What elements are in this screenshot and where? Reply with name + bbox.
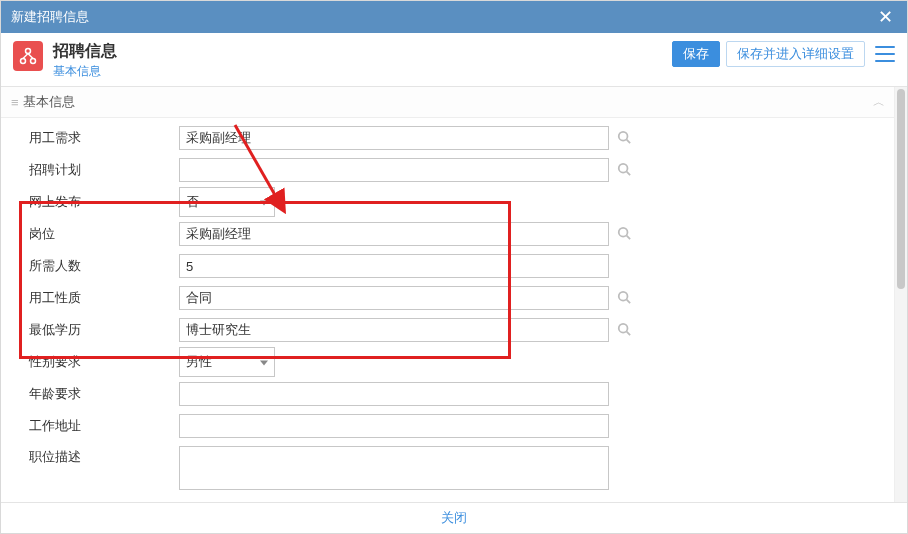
label-online-publish: 网上发布: [29, 193, 179, 211]
chevron-down-icon: [260, 201, 268, 206]
input-min-education[interactable]: [179, 318, 609, 342]
chevron-down-icon: [260, 361, 268, 366]
label-job-desc: 职位描述: [29, 446, 179, 466]
search-icon[interactable]: [609, 322, 639, 339]
input-work-address[interactable]: [179, 414, 609, 438]
label-hiring-plan: 招聘计划: [29, 161, 179, 179]
scrollbar-thumb[interactable]: [897, 89, 905, 289]
search-icon[interactable]: [609, 226, 639, 243]
svg-point-11: [619, 291, 628, 300]
section-title: 基本信息: [23, 93, 75, 111]
svg-point-0: [26, 49, 31, 54]
search-icon[interactable]: [609, 290, 639, 307]
svg-line-14: [627, 331, 631, 335]
input-labor-type[interactable]: [179, 286, 609, 310]
list-icon[interactable]: [875, 46, 895, 62]
page-title: 招聘信息: [53, 41, 117, 61]
svg-line-3: [23, 54, 28, 59]
grip-icon: ≡: [11, 95, 17, 110]
save-detail-button[interactable]: 保存并进入详细设置: [726, 41, 865, 67]
window-title: 新建招聘信息: [11, 8, 89, 26]
svg-line-6: [627, 139, 631, 143]
dialog-footer: 关闭: [1, 502, 907, 533]
dialog-window: 新建招聘信息 ✕ 招聘信息 基本信息 保存 保存并进入详细设置: [0, 0, 908, 534]
label-position: 岗位: [29, 225, 179, 243]
select-gender-req-value: 男性: [186, 353, 212, 371]
label-labor-demand: 用工需求: [29, 129, 179, 147]
section-header-basic[interactable]: ≡ 基本信息 ︿: [1, 87, 895, 118]
svg-point-2: [31, 59, 36, 64]
label-headcount: 所需人数: [29, 257, 179, 275]
svg-point-5: [619, 131, 628, 140]
select-online-publish-value: 否: [186, 193, 199, 211]
input-labor-demand[interactable]: [179, 126, 609, 150]
page-header: 招聘信息 基本信息 保存 保存并进入详细设置: [1, 33, 907, 87]
title-bar: 新建招聘信息 ✕: [1, 1, 907, 33]
input-position[interactable]: [179, 222, 609, 246]
label-min-education: 最低学历: [29, 321, 179, 339]
svg-point-1: [21, 59, 26, 64]
svg-line-4: [28, 54, 33, 59]
svg-line-10: [627, 235, 631, 239]
vertical-scrollbar[interactable]: [894, 87, 907, 502]
search-icon[interactable]: [609, 130, 639, 147]
select-gender-req[interactable]: 男性: [179, 347, 275, 377]
svg-point-13: [619, 323, 628, 332]
svg-point-7: [619, 163, 628, 172]
tab-basic-info[interactable]: 基本信息: [53, 63, 117, 80]
input-headcount[interactable]: [179, 254, 609, 278]
module-icon: [13, 41, 43, 71]
select-online-publish[interactable]: 否: [179, 187, 275, 217]
label-work-address: 工作地址: [29, 417, 179, 435]
svg-line-8: [627, 171, 631, 175]
search-icon[interactable]: [609, 162, 639, 179]
input-hiring-plan[interactable]: [179, 158, 609, 182]
chevron-icon: ︿: [873, 94, 885, 111]
label-gender-req: 性别要求: [29, 353, 179, 371]
label-labor-type: 用工性质: [29, 289, 179, 307]
save-button[interactable]: 保存: [672, 41, 720, 67]
svg-line-12: [627, 299, 631, 303]
textarea-job-desc[interactable]: [179, 446, 609, 490]
form-body: ≡ 基本信息 ︿ 用工需求 招聘计划: [1, 87, 907, 502]
svg-point-9: [619, 227, 628, 236]
input-age-req[interactable]: [179, 382, 609, 406]
close-icon[interactable]: ✕: [873, 6, 897, 28]
label-age-req: 年龄要求: [29, 385, 179, 403]
close-button[interactable]: 关闭: [441, 510, 467, 525]
